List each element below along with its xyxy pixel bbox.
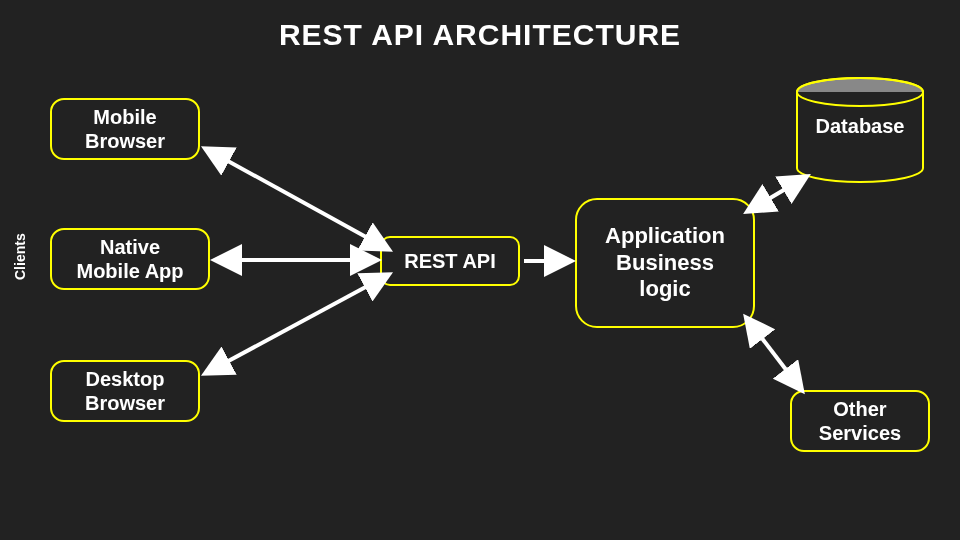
node-database-label: Database [795, 115, 925, 138]
node-label: DesktopBrowser [85, 367, 165, 415]
node-label: OtherServices [819, 397, 901, 445]
diagram-title: REST API ARCHITECTURE [0, 18, 960, 52]
node-label: MobileBrowser [85, 105, 165, 153]
node-label: REST API [404, 249, 496, 273]
node-label: NativeMobile App [76, 235, 183, 283]
svg-line-4 [208, 276, 386, 372]
node-label: ApplicationBusinesslogic [605, 223, 725, 302]
node-desktop-browser: DesktopBrowser [50, 360, 200, 422]
node-native-app: NativeMobile App [50, 228, 210, 290]
svg-line-7 [748, 320, 800, 388]
node-mobile-browser: MobileBrowser [50, 98, 200, 160]
svg-line-2 [208, 150, 386, 248]
node-app-logic: ApplicationBusinesslogic [575, 198, 755, 328]
node-rest-api: REST API [380, 236, 520, 286]
node-other-services: OtherServices [790, 390, 930, 452]
clients-group-label: Clients [12, 233, 28, 280]
